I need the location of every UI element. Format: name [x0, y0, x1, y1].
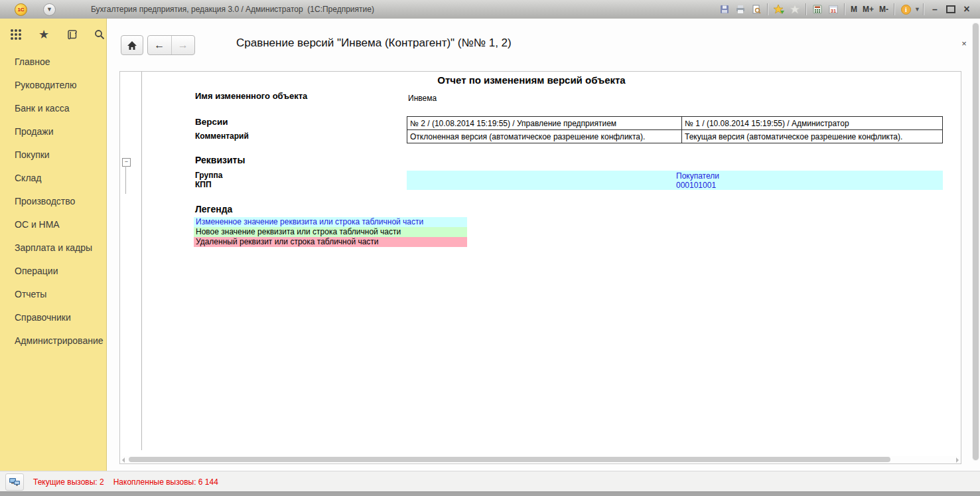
table-row: № 2 / (10.08.2014 15:19:55) / Управление… [407, 117, 943, 130]
legend-label: Легенда [195, 204, 232, 214]
favorites-icon[interactable] [788, 3, 802, 16]
sidebar-item-pokupki[interactable]: Покупки [0, 143, 106, 167]
attribute-kpp-value: 000101001 [676, 181, 716, 190]
toolbar-separator [923, 3, 924, 15]
versions-table: № 2 / (10.08.2014 15:19:55) / Управление… [407, 116, 943, 143]
toolbar-separator [767, 3, 768, 15]
vertical-scrollbar-thumb[interactable] [973, 23, 979, 460]
scroll-left-arrow-icon[interactable] [122, 457, 125, 463]
horizontal-scrollbar[interactable] [121, 456, 960, 463]
sidebar-item-proizvodstvo[interactable]: Производство [0, 190, 106, 213]
menu-grid-icon[interactable] [9, 28, 23, 41]
favorites-add-icon[interactable] [772, 3, 786, 16]
report-document: − Отчет по изменениям версий объекта Имя… [119, 71, 961, 464]
main-area: ← → Сравнение версий "Инвема (Контрагент… [107, 19, 980, 471]
attribute-gruppa-value: Покупатели [676, 171, 719, 181]
toolbar-separator [844, 3, 845, 15]
object-name-label: Имя измененного объекта [195, 91, 307, 101]
home-button[interactable] [121, 35, 143, 55]
back-button[interactable]: ← [148, 36, 172, 54]
group-margin-line [141, 72, 142, 450]
memory-plus-button[interactable]: M+ [860, 5, 876, 14]
calendar-icon[interactable]: 31 [826, 3, 841, 16]
legend-new-row: Новое значение реквизита или строка табл… [194, 227, 467, 237]
window-bottom-edge [0, 491, 980, 496]
table-row: Отклоненная версия (автоматическое разре… [407, 130, 943, 143]
current-calls-text: Текущие вызовы: 2 [33, 477, 104, 487]
comment-label: Комментарий [195, 131, 249, 141]
accumulated-calls-text: Накопленные вызовы: 6 144 [113, 477, 218, 487]
close-button[interactable]: × [959, 3, 975, 16]
attributes-label: Реквизиты [195, 155, 245, 165]
group-bracket-line [125, 166, 126, 194]
title-bar: 1С ▼ Бухгалтерия предприятия, редакция 3… [0, 0, 980, 19]
object-name-value: Инвема [408, 94, 437, 103]
version-2-cell: № 2 / (10.08.2014 15:19:55) / Управление… [407, 117, 682, 130]
history-icon[interactable] [65, 28, 78, 41]
save-icon[interactable] [717, 3, 732, 16]
memory-minus-button[interactable]: M- [876, 5, 891, 14]
scroll-right-arrow-icon[interactable] [956, 457, 959, 463]
print-preview-icon[interactable] [749, 3, 764, 16]
version-2-comment-cell: Отклоненная версия (автоматическое разре… [407, 130, 682, 143]
search-icon[interactable] [93, 28, 106, 41]
sidebar-item-sklad[interactable]: Склад [0, 167, 106, 190]
window-title: Бухгалтерия предприятия, редакция 3.0 / … [91, 5, 374, 14]
sidebar-item-zarplata-i-kadry[interactable]: Зарплата и кадры [0, 236, 106, 260]
legend-changed-row: Измененное значение реквизита или строка… [194, 217, 467, 227]
titlebar-toolbar: 31 M M+ M- i ▼ – × [717, 0, 975, 19]
sidebar-item-rukovoditelyu[interactable]: Руководителю [0, 74, 106, 97]
svg-text:31: 31 [831, 8, 836, 14]
attribute-kpp-label: КПП [195, 180, 212, 189]
toolbar-separator [805, 3, 807, 15]
horizontal-scrollbar-thumb[interactable] [129, 457, 890, 462]
sidebar-item-otchety[interactable]: Отчеты [0, 283, 106, 306]
sidebar-item-administrirovanie[interactable]: Администрирование [0, 329, 106, 353]
calculator-icon[interactable] [810, 3, 825, 16]
app-logo-icon: 1С [15, 3, 27, 16]
vertical-scrollbar[interactable] [972, 23, 979, 461]
main-menu-dropdown-button[interactable]: ▼ [43, 3, 56, 16]
memory-button[interactable]: M [848, 5, 860, 14]
sidebar-item-bank-i-kassa[interactable]: Банк и касса [0, 97, 106, 120]
sidebar-item-os-i-nma[interactable]: ОС и НМА [0, 213, 106, 236]
forward-button[interactable]: → [172, 36, 195, 54]
server-calls-button[interactable] [5, 473, 24, 491]
status-bar: Текущие вызовы: 2Накопленные вызовы: 6 1… [0, 471, 980, 492]
favorites-star-icon[interactable]: ★ [37, 28, 50, 41]
form-close-button[interactable]: × [958, 37, 970, 49]
changed-attributes-highlight: Покупатели 000101001 [407, 171, 943, 190]
section-sidebar: ★ Главное Руководителю Банк и касса Прод… [0, 19, 107, 471]
info-dropdown-icon[interactable]: ▼ [914, 6, 920, 13]
version-1-comment-cell: Текущая версия (автоматическое разрешени… [682, 130, 943, 143]
page-title: Сравнение версий "Инвема (Контрагент)" (… [236, 37, 512, 50]
server-calls-icon [9, 477, 21, 487]
minimize-button[interactable]: – [927, 3, 943, 16]
sidebar-toolbar: ★ [0, 19, 106, 50]
attribute-gruppa-label: Группа [195, 171, 222, 180]
report-title: Отчет по изменениям версий объекта [120, 74, 943, 86]
svg-text:i: i [905, 6, 907, 13]
server-calls-status: Текущие вызовы: 2Накопленные вызовы: 6 1… [33, 477, 228, 487]
toolbar-separator [894, 3, 895, 15]
app-window: 1С ▼ Бухгалтерия предприятия, редакция 3… [0, 0, 980, 496]
version-1-cell: № 1 / (10.08.2014 15:19:55) / Администра… [682, 117, 943, 130]
sidebar-item-glavnoe[interactable]: Главное [0, 50, 106, 74]
legend-deleted-row: Удаленный реквизит или строка табличной … [194, 237, 467, 247]
history-nav-group: ← → [147, 35, 195, 55]
sidebar-item-operatsii[interactable]: Операции [0, 260, 106, 283]
versions-label: Версии [195, 117, 228, 127]
sidebar-item-spravochniki[interactable]: Справочники [0, 306, 106, 329]
sidebar-item-prodazhi[interactable]: Продажи [0, 120, 106, 143]
print-icon[interactable] [733, 3, 748, 16]
collapse-group-button[interactable]: − [122, 158, 131, 167]
info-icon[interactable]: i [898, 3, 913, 16]
maximize-button[interactable] [943, 3, 959, 16]
